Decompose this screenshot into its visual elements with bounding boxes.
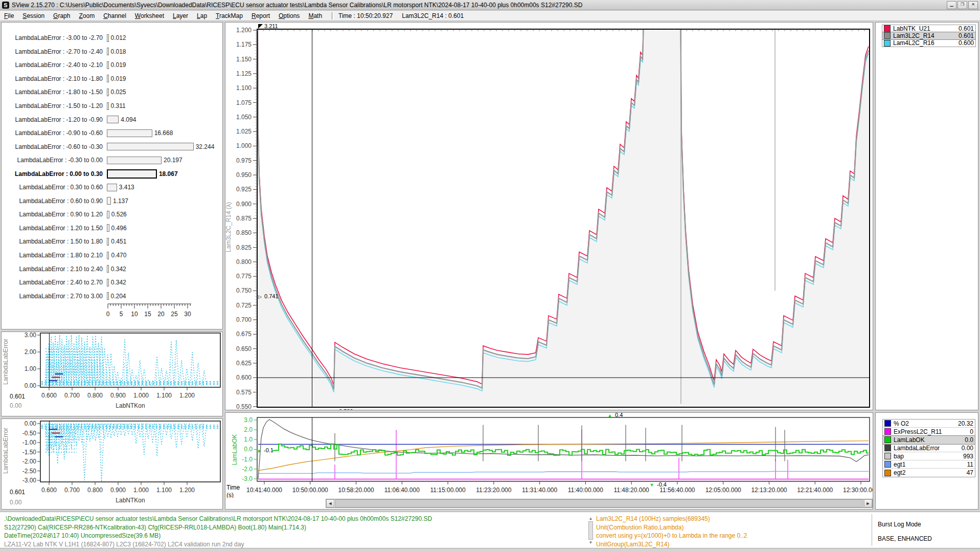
histogram-axis-tick: 5 xyxy=(116,311,126,318)
svg-text:10:41:40.000: 10:41:40.000 xyxy=(246,487,282,494)
histogram-row-value: 0.019 xyxy=(111,61,126,69)
menu-lap[interactable]: Lap xyxy=(197,12,207,19)
scrollbar-thumb[interactable] xyxy=(335,499,863,507)
menu-report[interactable]: Report xyxy=(252,12,270,19)
svg-text:11:06:40.000: 11:06:40.000 xyxy=(384,487,420,494)
histogram-bar xyxy=(107,169,157,179)
scatter-negative-plot[interactable]: LambdaLabError0.00-0.50-1.00-1.50-2.00-2… xyxy=(2,419,222,509)
legend-channel-name: ExPressL2C_R11 xyxy=(894,428,970,435)
histogram-row[interactable]: LambdaLabError : 1.80 to 2.100.470 xyxy=(2,249,222,262)
histogram-row-label: LambdaLabError : 2.40 to 2.70 xyxy=(2,279,107,286)
legend-row-expressl2c-r11[interactable]: ExPressL2C_R110 xyxy=(883,428,975,436)
histogram-row-value: 16.668 xyxy=(154,129,173,137)
menu-bar: FileSessionGraphZoomChannelWorksheetLaye… xyxy=(0,11,980,21)
histogram-row[interactable]: LambdaLabError : -0.60 to -0.3032.244 xyxy=(2,140,222,153)
status-mini-scrollbar[interactable]: ▲ ▼ xyxy=(588,516,594,545)
status-bar: .\DownloadedData\RICESP\ECU sensor actua… xyxy=(0,512,980,548)
scroll-right-icon[interactable]: ► xyxy=(864,499,872,507)
histogram-row[interactable]: LambdaLabError : -1.80 to -1.500.025 xyxy=(2,85,222,99)
histogram-row[interactable]: LambdaLabError : 0.90 to 1.200.526 xyxy=(2,208,222,222)
svg-text:2.0: 2.0 xyxy=(244,426,253,433)
histogram-row-value: 0.470 xyxy=(111,252,126,259)
histogram-row[interactable]: LambdaLabError : -3.00 to -2.700.012 xyxy=(2,31,222,45)
legend-row-bap[interactable]: bap993 xyxy=(883,452,975,460)
svg-text:0.725: 0.725 xyxy=(236,302,252,309)
svg-text:11:56:40.000: 11:56:40.000 xyxy=(659,487,695,494)
svg-text:0.950: 0.950 xyxy=(236,171,252,179)
close-button[interactable]: ✕ xyxy=(968,1,978,9)
scroll-up-icon[interactable]: ▲ xyxy=(589,516,593,521)
legend-color-swatch xyxy=(884,32,891,39)
histogram-row[interactable]: LambdaLabError : 0.30 to 0.603.413 xyxy=(2,181,222,194)
histogram-row[interactable]: LambdaLabError : 0.60 to 0.901.137 xyxy=(2,194,222,208)
menu-channel[interactable]: Channel xyxy=(103,12,126,19)
histogram-row[interactable]: LambdaLabError : -2.70 to -2.400.018 xyxy=(2,45,222,59)
legend-row-lambdalaberror[interactable]: LambdaLabError0.00 xyxy=(883,444,975,452)
menu-zoom[interactable]: Zoom xyxy=(79,12,95,19)
main-lambda-plot[interactable]: Lam3L2C_R14 (λ)1.2001.1751.1501.1251.100… xyxy=(225,23,873,410)
histogram-row[interactable]: LambdaLabError : -0.90 to -0.6016.668 xyxy=(2,126,222,140)
histogram-row[interactable]: LambdaLabError : 1.50 to 1.800.451 xyxy=(2,235,222,249)
menu-layer[interactable]: Layer xyxy=(173,12,188,19)
menu-options[interactable]: Options xyxy=(279,12,300,19)
histogram-row[interactable]: LambdaLabError : 2.40 to 2.700.342 xyxy=(2,276,222,290)
histogram-row[interactable]: LambdaLabError : -2.10 to -1.800.019 xyxy=(2,72,222,86)
histogram-row[interactable]: LambdaLabError : 2.70 to 3.000.204 xyxy=(2,289,222,303)
histogram-row-value: 0.204 xyxy=(111,293,126,300)
histogram-row[interactable]: LambdaLabError : 0.00 to 0.3018.067 xyxy=(2,167,222,181)
legend-row-lam3l2c-r14[interactable]: Lam3L2C_R140.601 xyxy=(882,32,975,39)
histogram-bar xyxy=(107,34,109,42)
strip-chart-panel: LamLabOK3.02.01.00.0-1.0-2.0-3.0Time(s)1… xyxy=(225,412,873,510)
histogram-row[interactable]: LambdaLabError : -0.30 to 0.0020.197 xyxy=(2,153,222,167)
menu-trackmap[interactable]: TrackMap xyxy=(216,12,243,19)
scatter-negative-panel: LambdaLabError0.00-0.50-1.00-1.50-2.00-2… xyxy=(1,418,223,510)
svg-text:-1.0: -1.0 xyxy=(242,456,253,463)
histogram-bar xyxy=(107,279,109,286)
legend-row-lam4l2c-r16[interactable]: Lam4L2C_R160.600 xyxy=(882,39,975,47)
histogram-row[interactable]: LambdaLabError : 2.10 to 2.400.342 xyxy=(2,262,222,276)
scroll-left-icon[interactable]: ◄ xyxy=(326,499,334,507)
menu-session[interactable]: Session xyxy=(22,12,44,19)
scatter-positive-plot[interactable]: LambdaLabError3.002.001.000.000.6000.700… xyxy=(2,332,222,416)
legend-row-lamlabok[interactable]: LamLabOK0.0 xyxy=(883,436,975,444)
menu-math[interactable]: Math xyxy=(308,12,322,19)
minimize-button[interactable]: ▁ xyxy=(947,1,956,9)
svg-text:12:13:20.000: 12:13:20.000 xyxy=(751,487,787,494)
histogram-row[interactable]: LambdaLabError : -1.50 to -1.200.311 xyxy=(2,99,222,113)
histogram-bar xyxy=(107,292,109,300)
menu-worksheet[interactable]: Worksheet xyxy=(135,12,164,19)
status-channel-info: Lam3L2C_R14 (100Hz) samples(689345) Unit… xyxy=(596,515,867,548)
status-base-enhanced: BASE, ENHANCED xyxy=(878,532,932,546)
menu-file[interactable]: File xyxy=(4,12,14,19)
histogram-row-value: 20.197 xyxy=(164,157,183,164)
scroll-down-icon[interactable]: ▼ xyxy=(589,540,593,545)
error-histogram-panel: LambdaLabError : -3.00 to -2.700.012Lamb… xyxy=(1,22,223,329)
mini-scrollbar-thumb[interactable] xyxy=(588,521,593,540)
histogram-axis-tick: 10 xyxy=(129,311,140,318)
histogram-axis-tick: 20 xyxy=(156,311,166,318)
svg-text:3.0: 3.0 xyxy=(244,416,253,424)
svg-text:0.700: 0.700 xyxy=(64,487,80,494)
histogram-row-label: LambdaLabError : -3.00 to -2.70 xyxy=(2,34,107,41)
svg-text:1.000: 1.000 xyxy=(236,142,252,149)
legend-row--o2[interactable]: % O220.32 xyxy=(883,419,975,428)
status-divider xyxy=(872,514,872,546)
histogram-row[interactable]: LambdaLabError : -2.40 to -2.100.019 xyxy=(2,58,222,72)
svg-text:3.00: 3.00 xyxy=(25,332,37,339)
menu-graph[interactable]: Graph xyxy=(53,12,70,19)
legend-channel-value: 0.601 xyxy=(959,25,974,32)
maximize-button[interactable]: ❒ xyxy=(958,1,967,9)
time-scrollbar[interactable]: ◄ ► xyxy=(326,499,873,508)
legend-row-egt1[interactable]: egt111 xyxy=(883,460,975,469)
histogram-axis-labels: 051015202530 xyxy=(2,311,222,318)
channel-legend-panel: LabNTK_U210.601Lam3L2C_R140.601Lam4L2C_R… xyxy=(875,22,978,410)
strip-plot[interactable]: LamLabOK3.02.01.00.0-1.0-2.0-3.0Time(s)1… xyxy=(225,413,873,498)
histogram-row[interactable]: LambdaLabError : -1.20 to -0.904.094 xyxy=(2,113,222,126)
svg-text:0.600: 0.600 xyxy=(236,374,252,381)
histogram-row-value: 0.342 xyxy=(111,279,126,286)
histogram-row[interactable]: LambdaLabError : 1.20 to 1.500.496 xyxy=(2,222,222,235)
histogram-row-label: LambdaLabError : 2.10 to 2.40 xyxy=(2,266,107,273)
legend-row-egt2[interactable]: egt247 xyxy=(883,469,975,477)
legend-row-labntk-u21[interactable]: LabNTK_U210.601 xyxy=(882,25,975,32)
histogram-row-value: 0.496 xyxy=(111,225,127,232)
